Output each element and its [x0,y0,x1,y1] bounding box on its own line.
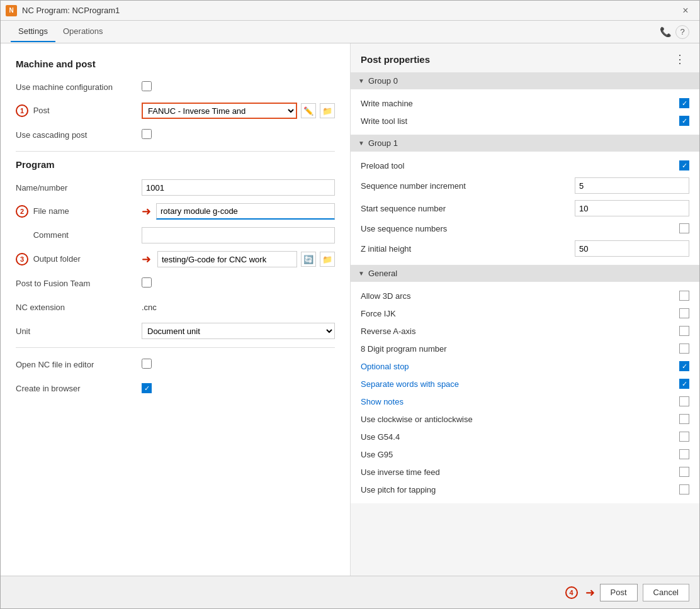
right-panel-scroll: ▼ Group 0 Write machine Write tool list [351,72,699,576]
z-initial-input[interactable] [575,240,689,257]
clockwise-checkbox[interactable] [679,414,689,424]
tab-settings[interactable]: Settings [11,21,55,42]
group0-header[interactable]: ▼ Group 0 [351,72,699,89]
group0-label: Group 0 [368,76,398,86]
preload-tool-checkbox[interactable] [679,160,689,170]
output-folder-input[interactable] [157,251,297,267]
nc-extension-row: NC extension .cnc [16,298,335,316]
cancel-button[interactable]: Cancel [643,584,689,601]
use-g95-checkbox[interactable] [679,449,689,459]
comment-label: 3 Comment [16,229,142,242]
prop-pitch-tapping: Use pitch for tapping [351,481,699,498]
general-header[interactable]: ▼ General [351,265,699,282]
browse-post-button[interactable]: 📁 [320,103,335,118]
post-dropdown[interactable]: FANUC - Inverse Time and [142,103,297,119]
phone-icon[interactable]: 📞 [656,24,675,40]
use-seq-numbers-checkbox[interactable] [679,223,689,233]
use-seq-numbers-value [679,223,689,233]
unit-select[interactable]: Document unitInchesMillimeters [142,323,335,339]
write-machine-value [679,98,689,108]
8digit-value [679,344,689,354]
refresh-output-button[interactable]: 🔄 [301,252,316,267]
arrow-3: ➜ [142,252,151,266]
create-browser-checkbox[interactable] [142,383,152,393]
title-bar: N NC Program: NCProgram1 × [1,1,699,21]
show-notes-checkbox[interactable] [679,396,689,406]
8digit-checkbox[interactable] [679,344,689,354]
force-ijk-checkbox[interactable] [679,308,689,318]
prop-force-ijk: Force IJK [351,304,699,322]
prop-use-g544: Use G54.4 [351,428,699,445]
start-seq-input[interactable] [575,200,689,216]
preload-tool-label: Preload tool [361,161,679,170]
comment-control [142,227,335,243]
allow-3d-arcs-value [679,291,689,301]
post-fusion-control [142,277,335,289]
clockwise-value [679,414,689,424]
name-number-row: Name/number [16,179,335,196]
main-window: N NC Program: NCProgram1 × Settings Oper… [0,0,700,609]
post-fusion-checkbox[interactable] [142,277,152,288]
optional-stop-checkbox[interactable] [679,361,689,371]
browse-output-button[interactable]: 📁 [320,252,335,267]
allow-3d-arcs-checkbox[interactable] [679,291,689,301]
write-machine-label: Write machine [361,99,679,108]
open-nc-checkbox[interactable] [142,359,152,369]
unit-label: Unit [16,327,142,336]
edit-post-button[interactable]: ✏️ [301,103,316,118]
open-nc-label: Open NC file in editor [16,360,142,369]
divider-1 [16,151,335,152]
group1-header[interactable]: ▼ Group 1 [351,135,699,152]
use-machine-config-checkbox[interactable] [142,81,152,91]
post-row: 1 Post FANUC - Inverse Time and ✏️ 📁 [16,102,335,120]
post-control: FANUC - Inverse Time and ✏️ 📁 [142,103,335,119]
general-chevron: ▼ [358,270,364,277]
tab-operations[interactable]: Operations [55,21,111,42]
annotation-4: 4 [565,586,578,599]
post-fusion-label: Post to Fusion Team [16,279,142,288]
post-button[interactable]: Post [600,584,638,601]
general-label: General [368,269,397,278]
reverse-a-axis-checkbox[interactable] [679,326,689,336]
reverse-a-axis-value [679,326,689,336]
output-folder-control: ➜ 🔄 📁 [142,251,335,267]
main-content: Machine and post Use machine configurati… [1,43,699,576]
inverse-time-label: Use inverse time feed [361,467,679,477]
use-cascading-post-checkbox[interactable] [142,129,152,139]
pitch-tapping-label: Use pitch for tapping [361,485,679,494]
use-g544-checkbox[interactable] [679,432,689,442]
group0-content: Write machine Write tool list [351,89,699,135]
pitch-tapping-checkbox[interactable] [679,484,689,494]
start-seq-value [575,200,689,216]
comment-row: 3 Comment [16,226,335,244]
separate-words-checkbox[interactable] [679,379,689,389]
file-name-row: 2 File name ➜ [16,203,335,220]
post-label: 1 Post [16,104,142,117]
file-name-input[interactable] [156,203,335,220]
divider-2 [16,347,335,348]
write-tool-list-checkbox[interactable] [679,116,689,126]
close-button[interactable]: × [677,2,694,20]
window-title: NC Program: NCProgram1 [22,6,677,15]
optional-stop-label: Optional stop [361,362,679,371]
use-g95-value [679,449,689,459]
write-machine-checkbox[interactable] [679,98,689,108]
seq-increment-input[interactable] [575,177,689,194]
group1-chevron: ▼ [358,140,364,147]
unit-row: Unit Document unitInchesMillimeters [16,322,335,340]
help-icon[interactable]: ? [675,25,689,39]
comment-input[interactable] [142,227,335,243]
right-panel-title: Post properties [361,54,430,65]
nc-extension-text: .cnc [142,303,157,312]
more-button[interactable]: ⋮ [670,51,689,67]
use-g95-label: Use G95 [361,450,679,459]
left-panel: Machine and post Use machine configurati… [1,43,351,576]
force-ijk-label: Force IJK [361,309,679,318]
show-notes-value [679,396,689,406]
create-browser-row: Create in browser [16,379,335,397]
seq-increment-value [575,177,689,194]
prop-separate-words: Separate words with space [351,375,699,393]
inverse-time-checkbox[interactable] [679,467,689,477]
separate-words-value [679,379,689,389]
name-number-input[interactable] [142,179,335,196]
